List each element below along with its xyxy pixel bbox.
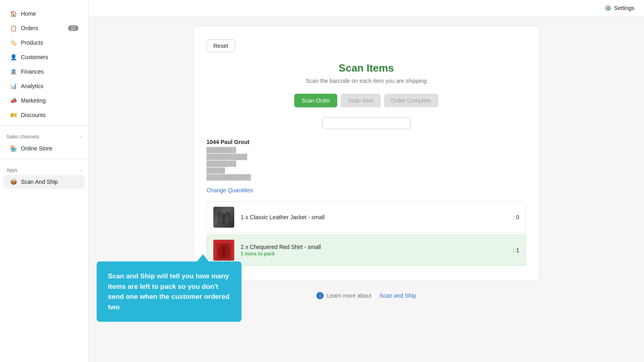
- customer-detail-4: █████: [206, 167, 526, 173]
- scan-item-button: Scan Item: [341, 94, 380, 107]
- shirt-subtext: 1 more to pack: [241, 251, 506, 257]
- analytics-icon: 📊: [10, 82, 17, 90]
- jacket-svg: [216, 209, 232, 225]
- scan-order-button[interactable]: Scan Order: [294, 94, 338, 107]
- customer-detail-1: ████████: [206, 147, 526, 153]
- store-icon: 🏪: [10, 145, 17, 152]
- gear-icon: ⚙️: [605, 5, 611, 11]
- apps-chevron: ›: [80, 168, 82, 173]
- customer-info: 1044 Paul Grout ████████ ███████████ ███…: [206, 139, 526, 180]
- customers-icon: 👤: [10, 53, 17, 61]
- main-area: ⚙️ Settings Reset Scan Items Scan the ba…: [89, 0, 644, 362]
- shirt-count: : 1: [513, 247, 519, 253]
- svg-rect-0: [213, 240, 234, 261]
- learn-more-link[interactable]: Scan and Ship: [380, 292, 416, 299]
- scan-items-title: Scan Items: [206, 62, 526, 74]
- customer-detail-3: ████████: [206, 160, 526, 167]
- sales-channels-chevron: ›: [80, 135, 82, 139]
- home-icon: 🏠: [10, 10, 17, 17]
- orders-badge: 21: [68, 25, 78, 31]
- card-header: Reset: [206, 39, 526, 52]
- shirt-name: 2 x Chequered Red Shirt - small: [241, 244, 506, 250]
- settings-link[interactable]: ⚙️ Settings: [605, 5, 634, 11]
- scan-subtitle: Scan the barcode on each item you are sh…: [206, 78, 526, 84]
- sidebar-item-customers[interactable]: 👤 Customers: [3, 50, 85, 64]
- customer-detail-2: ███████████: [206, 154, 526, 160]
- change-quantities-link[interactable]: Change Quantities: [206, 187, 253, 193]
- sidebar-item-marketing[interactable]: 📣 Marketing: [3, 94, 85, 107]
- orders-icon: 📋: [10, 25, 17, 32]
- sidebar-item-analytics[interactable]: 📊 Analytics: [3, 79, 85, 93]
- callout-text: Scan and Ship will tell you how many ite…: [108, 272, 229, 311]
- shirt-info: 2 x Chequered Red Shirt - small 1 more t…: [241, 244, 506, 257]
- customer-name: 1044 Paul Grout: [206, 139, 526, 145]
- callout-tooltip: Scan and Ship will tell you how many ite…: [97, 261, 242, 322]
- info-icon: i: [316, 292, 324, 299]
- jacket-count: : 0: [513, 214, 519, 220]
- finances-icon: 🏦: [10, 68, 17, 75]
- sidebar-item-scan-and-ship[interactable]: 📦 Scan And Ship: [3, 175, 85, 189]
- learn-more-prefix: Learn more about: [327, 292, 372, 299]
- jacket-info: 1 x Classic Leather Jacket - small: [241, 214, 506, 220]
- jacket-thumbnail: [213, 207, 234, 228]
- apps-section[interactable]: Apps ›: [0, 162, 88, 175]
- scan-items-card: Reset Scan Items Scan the barcode on eac…: [193, 26, 539, 281]
- sidebar-item-home[interactable]: 🏠 Home: [3, 7, 85, 21]
- marketing-icon: 📣: [10, 97, 17, 104]
- jacket-name: 1 x Classic Leather Jacket - small: [241, 214, 506, 220]
- sidebar-item-discounts[interactable]: 🎫 Discounts: [3, 108, 85, 122]
- barcode-input[interactable]: [322, 117, 411, 129]
- products-icon: 🏷️: [10, 39, 17, 46]
- product-row-shirt: 2 x Chequered Red Shirt - small 1 more t…: [206, 234, 526, 266]
- scan-icon: 📦: [10, 178, 17, 185]
- order-complete-button: Order Complete: [384, 94, 439, 107]
- reset-button[interactable]: Reset: [206, 39, 235, 52]
- product-row-jacket: 1 x Classic Leather Jacket - small : 0: [206, 202, 526, 233]
- sidebar: 🏠 Home 📋 Orders 21 🏷️ Products 👤 Custome…: [0, 0, 89, 362]
- discounts-icon: 🎫: [10, 111, 17, 119]
- content-area: Reset Scan Items Scan the barcode on eac…: [89, 16, 644, 362]
- sidebar-item-products[interactable]: 🏷️ Products: [3, 36, 85, 49]
- callout-arrow: [196, 254, 209, 262]
- sidebar-item-online-store[interactable]: 🏪 Online Store: [3, 142, 85, 155]
- sidebar-item-orders[interactable]: 📋 Orders 21: [3, 21, 85, 35]
- shirt-svg: [213, 240, 234, 261]
- header: ⚙️ Settings: [89, 0, 644, 16]
- shirt-thumbnail: [213, 240, 234, 261]
- barcode-input-wrap: [206, 117, 526, 129]
- sales-channels-section[interactable]: Sales channels ›: [0, 129, 88, 141]
- customer-detail-5: ████████████: [206, 174, 526, 180]
- sidebar-item-finances[interactable]: 🏦 Finances: [3, 65, 85, 78]
- action-buttons: Scan Order Scan Item Order Complete: [206, 94, 526, 107]
